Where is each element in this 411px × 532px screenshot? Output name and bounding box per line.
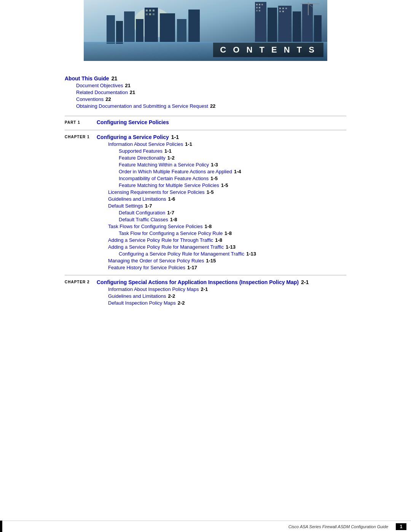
svg-rect-24 [259, 4, 260, 5]
svg-rect-32 [285, 8, 287, 9]
chapter2-title[interactable]: Configuring Special Actions for Applicat… [97, 279, 299, 285]
toc-item-related-doc[interactable]: Related Documentation 21 [76, 89, 346, 95]
svg-rect-30 [279, 8, 281, 9]
svg-rect-21 [302, 4, 313, 42]
toc-label: Adding a Service Policy Rule for Managem… [108, 244, 224, 250]
main-content: About This Guide 21 Document Objectives … [65, 61, 346, 331]
svg-rect-26 [256, 7, 258, 8]
toc-page: 2-2 [178, 300, 185, 306]
chapter1-row: CHAPTER 1 Configuring a Service Policy 1… [65, 130, 346, 270]
svg-rect-15 [177, 19, 186, 42]
toc-label: Feature Matching Within a Service Policy [119, 162, 209, 168]
toc-page: 2-2 [168, 293, 175, 299]
toc-label: Document Objectives [76, 83, 123, 88]
svg-rect-14 [160, 13, 175, 42]
toc-item-16[interactable]: Configuring a Service Policy Rule for Ma… [119, 251, 346, 257]
chapter1-page: 1-1 [171, 134, 179, 140]
toc-label: Default Configuration [119, 210, 165, 216]
toc-item-7[interactable]: Licensing Requirements for Service Polic… [108, 189, 346, 195]
svg-rect-16 [188, 10, 200, 42]
svg-rect-7 [145, 8, 158, 42]
toc-page: 1-13 [246, 251, 256, 257]
footer-left-bar [0, 521, 2, 532]
svg-rect-12 [149, 13, 151, 15]
header-image: C O N T E N T S [84, 0, 327, 61]
toc-page: 1-17 [187, 265, 197, 270]
svg-rect-28 [256, 10, 258, 11]
toc-item-9[interactable]: Default Settings 1-7 [108, 203, 346, 209]
svg-rect-6 [136, 19, 143, 42]
toc-ch2-item-1[interactable]: Guidelines and Limitations 2-2 [108, 293, 346, 299]
toc-item-6[interactable]: Feature Matching for Multiple Service Po… [119, 182, 346, 188]
toc-label: Supported Features [119, 148, 162, 154]
toc-page: 1-6 [168, 196, 175, 202]
toc-page: 22 [105, 96, 111, 102]
toc-label: Guidelines and Limitations [108, 196, 166, 202]
toc-page: 1-2 [167, 155, 175, 161]
about-title[interactable]: About This Guide [65, 75, 109, 81]
toc-item-18[interactable]: Feature History for Service Policies 1-1… [108, 265, 346, 270]
chapter1-content: Configuring a Service Policy 1-1 Informa… [97, 134, 346, 270]
toc-label: Feature Directionality [119, 155, 166, 161]
toc-item-13[interactable]: Task Flow for Configuring a Service Poli… [119, 230, 346, 236]
svg-rect-33 [279, 11, 281, 12]
toc-item-2[interactable]: Feature Directionality 1-2 [119, 155, 346, 161]
about-section: About This Guide 21 Document Objectives … [65, 75, 346, 109]
toc-page: 1-5 [210, 176, 218, 181]
footer-page-number: 1 [396, 523, 406, 530]
svg-rect-18 [268, 8, 277, 42]
svg-rect-11 [146, 13, 148, 15]
toc-label: Task Flows for Configuring Service Polic… [108, 224, 203, 229]
svg-rect-13 [153, 13, 155, 15]
toc-page: 1-5 [221, 182, 228, 188]
toc-item-10[interactable]: Default Configuration 1-7 [119, 210, 346, 216]
svg-rect-9 [149, 10, 151, 11]
toc-item-4[interactable]: Order in Which Multiple Feature Actions … [119, 169, 346, 174]
toc-item-doc-obj[interactable]: Document Objectives 21 [76, 83, 346, 88]
toc-page: 1-13 [226, 244, 236, 250]
svg-rect-3 [107, 15, 115, 44]
svg-rect-10 [153, 10, 155, 11]
chapter2-content: Configuring Special Actions for Applicat… [97, 279, 346, 306]
svg-rect-22 [314, 15, 322, 42]
toc-label: Adding a Service Policy Rule for Through… [108, 237, 213, 243]
toc-label: Obtaining Documentation and Submitting a… [76, 103, 208, 109]
toc-item-obtaining-doc[interactable]: Obtaining Documentation and Submitting a… [76, 103, 346, 109]
toc-label: Licensing Requirements for Service Polic… [108, 189, 205, 195]
part1-row: PART 1 Configuring Service Policies [65, 116, 346, 125]
toc-page: 1-3 [211, 162, 218, 168]
toc-item-15[interactable]: Adding a Service Policy Rule for Managem… [108, 244, 346, 250]
toc-page: 1-4 [234, 169, 241, 174]
toc-ch2-item-0[interactable]: Information About Inspection Policy Maps… [108, 286, 346, 292]
toc-item-3[interactable]: Feature Matching Within a Service Policy… [119, 162, 346, 168]
toc-label: Conventions [76, 96, 104, 102]
svg-rect-20 [293, 11, 301, 42]
svg-rect-29 [259, 10, 260, 11]
toc-page: 1-8 [225, 230, 232, 236]
toc-item-12[interactable]: Task Flows for Configuring Service Polic… [108, 224, 346, 229]
toc-label: Feature History for Service Policies [108, 265, 185, 270]
toc-item-8[interactable]: Guidelines and Limitations 1-6 [108, 196, 346, 202]
toc-page: 1-1 [185, 141, 192, 147]
toc-page: 1-8 [215, 237, 222, 243]
toc-label: Guidelines and Limitations [108, 293, 166, 299]
svg-rect-25 [261, 4, 263, 5]
toc-item-17[interactable]: Managing the Order of Service Policy Rul… [108, 258, 346, 264]
toc-page: 1-8 [205, 224, 212, 229]
toc-item-1[interactable]: Supported Features 1-1 [119, 148, 346, 154]
svg-rect-31 [282, 8, 284, 9]
chapter1-title[interactable]: Configuring a Service Policy [97, 134, 169, 140]
toc-item-14[interactable]: Adding a Service Policy Rule for Through… [108, 237, 346, 243]
toc-label: Default Inspection Policy Maps [108, 300, 176, 306]
toc-item-11[interactable]: Default Traffic Classes 1-8 [119, 217, 346, 222]
toc-item-0[interactable]: Information About Service Policies 1-1 [108, 141, 346, 147]
toc-label: Task Flow for Configuring a Service Poli… [119, 230, 223, 236]
toc-item-conventions[interactable]: Conventions 22 [76, 96, 346, 102]
toc-label: Information About Service Policies [108, 141, 183, 147]
toc-item-5[interactable]: Incompatibility of Certain Feature Actio… [119, 176, 346, 181]
svg-rect-5 [124, 11, 135, 42]
svg-rect-4 [116, 21, 123, 44]
footer-text: Cisco ASA Series Firewall ASDM Configura… [288, 524, 388, 529]
part1-title[interactable]: Configuring Service Policies [97, 119, 169, 125]
toc-ch2-item-2[interactable]: Default Inspection Policy Maps 2-2 [108, 300, 346, 306]
